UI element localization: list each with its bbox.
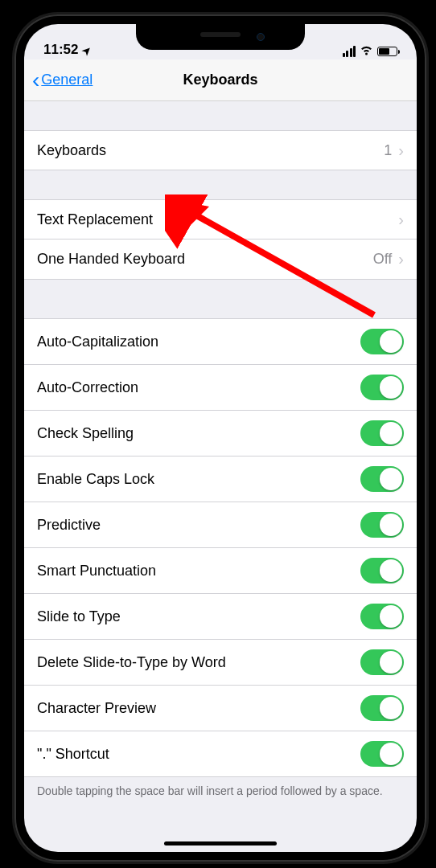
volume-down-button — [8, 241, 11, 289]
cell-value: 1 — [384, 142, 392, 159]
cell-label: Text Replacement — [37, 211, 398, 228]
back-label: General — [41, 72, 93, 88]
toggle-switch[interactable] — [360, 695, 404, 721]
toggle-switch[interactable] — [360, 375, 404, 400]
toggle-switch[interactable] — [360, 466, 404, 492]
power-button — [430, 193, 433, 269]
status-time: 11:52 — [43, 42, 78, 58]
footer-text: Double tapping the space bar will insert… — [24, 777, 417, 798]
cell-label: Auto-Correction — [37, 379, 360, 396]
auto-capitalization-row[interactable]: Auto-Capitalization — [24, 318, 417, 365]
toggle-switch[interactable] — [360, 512, 404, 538]
home-indicator[interactable] — [164, 841, 277, 845]
toggle-switch[interactable] — [360, 649, 404, 675]
battery-icon — [377, 47, 397, 56]
chevron-right-icon: › — [398, 250, 404, 268]
speaker-grille — [200, 32, 241, 37]
enable-caps-lock-row[interactable]: Enable Caps Lock — [24, 457, 417, 502]
one-handed-keyboard-row[interactable]: One Handed Keyboard Off › — [24, 240, 417, 280]
cell-label: One Handed Keyboard — [37, 251, 373, 268]
silence-switch — [8, 133, 11, 157]
toggle-switch[interactable] — [360, 329, 404, 354]
cell-label: Check Spelling — [37, 425, 360, 442]
slide-to-type-row[interactable]: Slide to Type — [24, 594, 417, 640]
cell-label: "." Shortcut — [37, 746, 360, 763]
chevron-right-icon: › — [398, 141, 404, 160]
screen: 11:52 ‹ General Keyboards — [24, 24, 417, 852]
toggle-switch[interactable] — [360, 741, 404, 767]
cell-value: Off — [373, 251, 393, 268]
front-camera — [257, 33, 265, 41]
cellular-signal-icon — [343, 46, 356, 57]
notch — [136, 24, 305, 50]
cell-label: Predictive — [37, 517, 360, 534]
smart-punctuation-row[interactable]: Smart Punctuation — [24, 548, 417, 594]
volume-up-button — [8, 181, 11, 229]
cell-label: Keyboards — [37, 142, 384, 159]
period-shortcut-row[interactable]: "." Shortcut — [24, 731, 417, 777]
auto-correction-row[interactable]: Auto-Correction — [24, 365, 417, 411]
cell-label: Auto-Capitalization — [37, 334, 360, 350]
cell-label: Character Preview — [37, 700, 360, 717]
check-spelling-row[interactable]: Check Spelling — [24, 411, 417, 457]
toggle-switch[interactable] — [360, 558, 404, 583]
toggle-switch[interactable] — [360, 604, 404, 629]
nav-bar: ‹ General Keyboards — [24, 59, 417, 101]
keyboards-row[interactable]: Keyboards 1 › — [24, 130, 417, 170]
location-icon — [82, 42, 91, 58]
cell-label: Enable Caps Lock — [37, 471, 360, 488]
delete-slide-to-type-row[interactable]: Delete Slide-to-Type by Word — [24, 640, 417, 686]
predictive-row[interactable]: Predictive — [24, 502, 417, 548]
cell-label: Slide to Type — [37, 608, 360, 625]
character-preview-row[interactable]: Character Preview — [24, 686, 417, 731]
cell-label: Delete Slide-to-Type by Word — [37, 654, 360, 671]
toggle-switch[interactable] — [360, 420, 404, 446]
back-button[interactable]: ‹ General — [32, 69, 93, 92]
wifi-icon — [360, 44, 373, 58]
phone-frame: 11:52 ‹ General Keyboards — [14, 14, 426, 862]
cell-label: Smart Punctuation — [37, 563, 360, 579]
text-replacement-row[interactable]: Text Replacement › — [24, 199, 417, 240]
chevron-left-icon: ‹ — [32, 69, 39, 92]
chevron-right-icon: › — [398, 211, 404, 229]
content-area[interactable]: Keyboards 1 › Text Replacement › One Han… — [24, 101, 417, 852]
